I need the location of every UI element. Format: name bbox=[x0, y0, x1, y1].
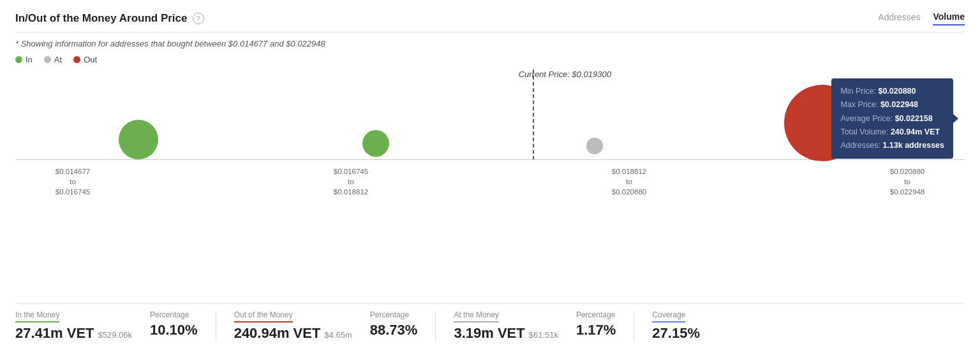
price-range-2: $0.016745to $0.018812 bbox=[313, 166, 389, 197]
stat-out-main: 240.94m VET bbox=[234, 325, 321, 342]
stat-in-sub: $529.06k bbox=[98, 330, 133, 340]
stat-out-pct-block: Percentage 88.73% bbox=[370, 310, 436, 338]
price-range-1: $0.014677to $0.016745 bbox=[34, 166, 111, 197]
stat-at-the-money: At the Money 3.19m VET $61.51k bbox=[454, 310, 576, 342]
divider-2 bbox=[435, 311, 436, 342]
bubble-1 bbox=[119, 120, 158, 159]
tooltip-addresses: Addresses: 1.13k addresses bbox=[840, 139, 944, 152]
stat-at-main: 3.19m VET bbox=[454, 325, 524, 342]
tab-addresses[interactable]: Addresses bbox=[878, 12, 920, 25]
legend-label-at: At bbox=[54, 55, 62, 64]
stat-in-pct: 10.10% bbox=[150, 322, 198, 338]
tooltip-max-price: Max Price: $0.022948 bbox=[840, 98, 944, 112]
stat-out-label: Out of the Money bbox=[234, 310, 352, 323]
page-title: In/Out of the Money Around Price bbox=[15, 12, 188, 25]
legend-dot-in bbox=[15, 56, 22, 63]
tab-volume[interactable]: Volume bbox=[933, 11, 965, 25]
chart-area: Current Price: $0.019300 Min Price: $0.0… bbox=[15, 69, 965, 297]
stat-in-the-money: In the Money 27.41m VET $529.06k bbox=[15, 310, 150, 342]
legend-dot-at bbox=[44, 56, 51, 63]
stat-in-pct-block: Percentage 10.10% bbox=[150, 310, 216, 338]
stat-in-label: In the Money bbox=[15, 310, 132, 323]
bubble-3 bbox=[586, 138, 603, 154]
legend-in: In bbox=[15, 55, 33, 64]
divider-3 bbox=[634, 311, 634, 342]
stat-at-sub: $61.51k bbox=[529, 330, 558, 340]
stat-coverage-label: Coverage bbox=[652, 310, 700, 323]
legend: In At Out bbox=[15, 55, 965, 64]
price-range-3: $0.018812to $0.020880 bbox=[591, 166, 667, 197]
legend-label-out: Out bbox=[84, 55, 97, 64]
stat-out-the-money: Out of the Money 240.94m VET $4.65m bbox=[234, 310, 370, 342]
stat-in-main: 27.41m VET bbox=[15, 325, 94, 342]
stat-out-sub: $4.65m bbox=[324, 330, 352, 340]
legend-at: At bbox=[44, 55, 62, 64]
legend-label-in: In bbox=[26, 55, 33, 64]
tooltip-avg-price: Average Price: $0.022158 bbox=[840, 112, 944, 126]
bubble-2 bbox=[362, 130, 389, 157]
legend-out: Out bbox=[73, 55, 97, 64]
stat-at-pct: 1.17% bbox=[576, 322, 616, 338]
stat-at-pct-block: Percentage 1.17% bbox=[576, 310, 634, 338]
stat-coverage: Coverage 27.15% bbox=[652, 310, 718, 342]
tooltip-total-vol: Total Volume: 240.94m VET bbox=[840, 126, 944, 139]
divider-1 bbox=[216, 311, 216, 342]
subtitle: * Showing information for addresses that… bbox=[15, 39, 965, 48]
price-range-4: $0.020880to $0.022948 bbox=[869, 166, 946, 197]
tooltip: Min Price: $0.020880 Max Price: $0.02294… bbox=[831, 78, 953, 159]
help-icon[interactable]: ? bbox=[193, 13, 204, 24]
tooltip-min-price: Min Price: $0.020880 bbox=[840, 85, 944, 98]
stat-coverage-main: 27.15% bbox=[652, 325, 700, 342]
chart-inner: Current Price: $0.019300 Min Price: $0.0… bbox=[15, 69, 965, 197]
legend-dot-out bbox=[73, 56, 80, 63]
stats-row: In the Money 27.41m VET $529.06k Percent… bbox=[15, 303, 965, 342]
header: In/Out of the Money Around Price ? Addre… bbox=[15, 11, 965, 33]
tab-group: Addresses Volume bbox=[878, 11, 965, 25]
current-price-line bbox=[533, 69, 534, 160]
title-area: In/Out of the Money Around Price ? bbox=[15, 12, 204, 25]
stat-at-label: At the Money bbox=[454, 310, 558, 323]
stat-out-pct: 88.73% bbox=[370, 322, 418, 338]
